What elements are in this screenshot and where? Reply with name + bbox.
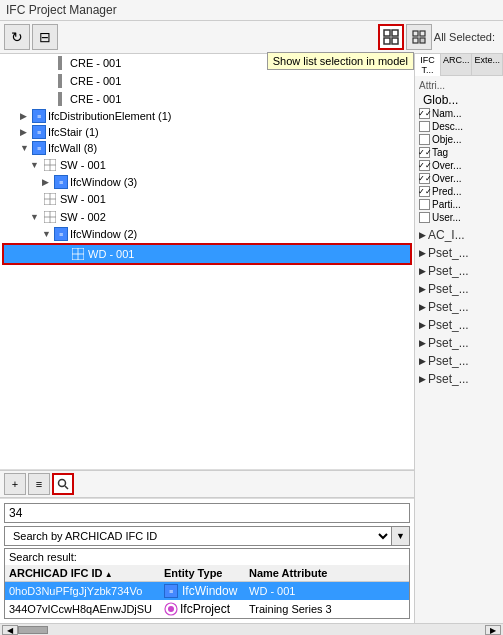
bottom-scrollbar[interactable]: ◀ ▶: [0, 623, 503, 635]
refresh-button[interactable]: ↻: [4, 24, 30, 50]
tree-label: IfcDistributionElement (1): [48, 110, 172, 122]
navigate-button[interactable]: [406, 24, 432, 50]
checkbox-pred[interactable]: ✓: [419, 186, 430, 197]
expand-icon: ▶: [20, 111, 30, 121]
attr-label-over2: Over...: [432, 173, 461, 184]
all-selected-label: All Selected:: [434, 31, 495, 43]
filter-button[interactable]: ⊟: [32, 24, 58, 50]
left-panel: CRE - 001 CRE - 001 CRE - 001: [0, 54, 415, 623]
checkbox-over1[interactable]: ✓: [419, 160, 430, 171]
search-result-label: Search result:: [5, 549, 409, 565]
checkbox-user[interactable]: [419, 212, 430, 223]
tree-item-sw001a[interactable]: ▼ SW - 001: [0, 156, 414, 174]
attr-label-over1: Over...: [432, 160, 461, 171]
attr-item-obj[interactable]: Obje...: [419, 133, 499, 146]
search-input[interactable]: [4, 503, 410, 523]
dropdown-arrow-icon[interactable]: ▼: [392, 526, 410, 546]
attr-item-pred[interactable]: ✓ Pred...: [419, 185, 499, 198]
tree-item-wall[interactable]: ▼ ≡ IfcWall (8): [0, 140, 414, 156]
checkbox-desc[interactable]: [419, 121, 430, 132]
group-pset3[interactable]: ▶ Pset_...: [415, 280, 503, 298]
svg-rect-2: [384, 38, 390, 44]
group-pset2[interactable]: ▶ Pset_...: [415, 262, 503, 280]
group-pset7[interactable]: ▶ Pset_...: [415, 352, 503, 370]
svg-rect-9: [58, 74, 62, 88]
ifc-icon: ≡: [32, 125, 46, 139]
attr-item-tag[interactable]: ✓ Tag: [419, 146, 499, 159]
tree-item-sw001b[interactable]: SW - 001: [0, 190, 414, 208]
attr-label-pred: Pred...: [432, 186, 461, 197]
checkbox-name[interactable]: ✓: [419, 108, 430, 119]
attr-item-part[interactable]: Parti...: [419, 198, 499, 211]
tree-label: SW - 001: [60, 159, 106, 171]
right-panel: IFC T... ARC... Exte... Attri... Glob...…: [415, 54, 503, 623]
checkbox-obj[interactable]: [419, 134, 430, 145]
tree-item-cre2[interactable]: CRE - 001: [0, 72, 414, 90]
group-arrow-icon: ▶: [419, 230, 426, 240]
attr-label-name: Nam...: [432, 108, 461, 119]
tree-item-stair[interactable]: ▶ ≡ IfcStair (1): [0, 124, 414, 140]
col-archicad-id[interactable]: ARCHICAD IFC ID: [5, 566, 160, 580]
group-arrow-icon: ▶: [419, 266, 426, 276]
group-pset5[interactable]: ▶ Pset_...: [415, 316, 503, 334]
scroll-thumb[interactable]: [18, 626, 48, 634]
search-result-row-2[interactable]: 344O7vICcwH8qAEnwJDjSU IfcProject Traini…: [5, 600, 409, 618]
global-label: Glob...: [419, 93, 499, 107]
search-button[interactable]: [52, 473, 74, 495]
attr-item-desc[interactable]: Desc...: [419, 120, 499, 133]
expand-icon: ▼: [30, 212, 40, 222]
ifc-icon: ≡: [54, 175, 68, 189]
group-pset4[interactable]: ▶ Pset_...: [415, 298, 503, 316]
tree-label: IfcStair (1): [48, 126, 99, 138]
checkbox-tag[interactable]: ✓: [419, 147, 430, 158]
tree-item-dist[interactable]: ▶ ≡ IfcDistributionElement (1): [0, 108, 414, 124]
tree-area[interactable]: CRE - 001 CRE - 001 CRE - 001: [0, 54, 414, 470]
svg-rect-5: [420, 31, 425, 36]
show-selection-button[interactable]: [378, 24, 404, 50]
tab-ifc[interactable]: IFC T...: [415, 54, 441, 76]
toolbar: ↻ ⊟ Show list selection in model Al: [0, 21, 503, 54]
search-result-row-1[interactable]: 0hoD3NuPFfgJjYzbk734Vo ≡ IfcWindow WD - …: [5, 582, 409, 600]
attr-label-tag: Tag: [432, 147, 448, 158]
col-name-attr[interactable]: Name Attribute: [245, 566, 409, 580]
add-button[interactable]: +: [4, 473, 26, 495]
group-pset8[interactable]: ▶ Pset_...: [415, 370, 503, 388]
attr-item-user[interactable]: User...: [419, 211, 499, 224]
tree-item-ifcwindow2[interactable]: ▼ ≡ IfcWindow (2): [0, 226, 414, 242]
project-icon: [164, 602, 178, 616]
col-entity-type[interactable]: Entity Type: [160, 566, 245, 580]
group-arrow-icon: ▶: [419, 320, 426, 330]
tree-item-wd001[interactable]: WD - 001: [2, 243, 412, 265]
group-ac[interactable]: ▶ AC_I...: [415, 226, 503, 244]
tree-label: SW - 001: [60, 193, 106, 205]
search-results: Search result: ARCHICAD IFC ID Entity Ty…: [4, 548, 410, 619]
expand-icon: ▼: [20, 143, 30, 153]
attr-item-over2[interactable]: ✓ Over...: [419, 172, 499, 185]
svg-rect-6: [413, 38, 418, 43]
svg-line-24: [65, 486, 68, 489]
tab-ext[interactable]: Exte...: [472, 54, 503, 76]
tree-label: CRE - 001: [70, 75, 121, 87]
search-dropdown[interactable]: Search by ARCHICAD IFC ID: [4, 526, 392, 546]
group-pset6[interactable]: ▶ Pset_...: [415, 334, 503, 352]
attr-item-over1[interactable]: ✓ Over...: [419, 159, 499, 172]
attr-label-obj: Obje...: [432, 134, 461, 145]
scroll-left-button[interactable]: ◀: [2, 625, 18, 635]
main-container: IFC Project Manager ↻ ⊟ Show list select…: [0, 0, 503, 635]
attr-item-name[interactable]: ✓ Nam...: [419, 107, 499, 120]
tree-item-cre3[interactable]: CRE - 001: [0, 90, 414, 108]
result-entity-2: IfcProject: [160, 601, 245, 617]
tab-arc[interactable]: ARC...: [441, 54, 473, 76]
scroll-right-button[interactable]: ▶: [485, 625, 501, 635]
tree-label: CRE - 001: [70, 57, 121, 69]
checkbox-part[interactable]: [419, 199, 430, 210]
search-result-header: ARCHICAD IFC ID Entity Type Name Attribu…: [5, 565, 409, 582]
group-pset1[interactable]: ▶ Pset_...: [415, 244, 503, 262]
checkbox-over2[interactable]: ✓: [419, 173, 430, 184]
list-button[interactable]: ≡: [28, 473, 50, 495]
expand-icon: ▼: [30, 160, 40, 170]
right-panel-tabs: IFC T... ARC... Exte...: [415, 54, 503, 76]
tree-item-sw002[interactable]: ▼ SW - 002: [0, 208, 414, 226]
expand-icon: ▶: [20, 127, 30, 137]
tree-item-ifcwindow3[interactable]: ▶ ≡ IfcWindow (3): [0, 174, 414, 190]
